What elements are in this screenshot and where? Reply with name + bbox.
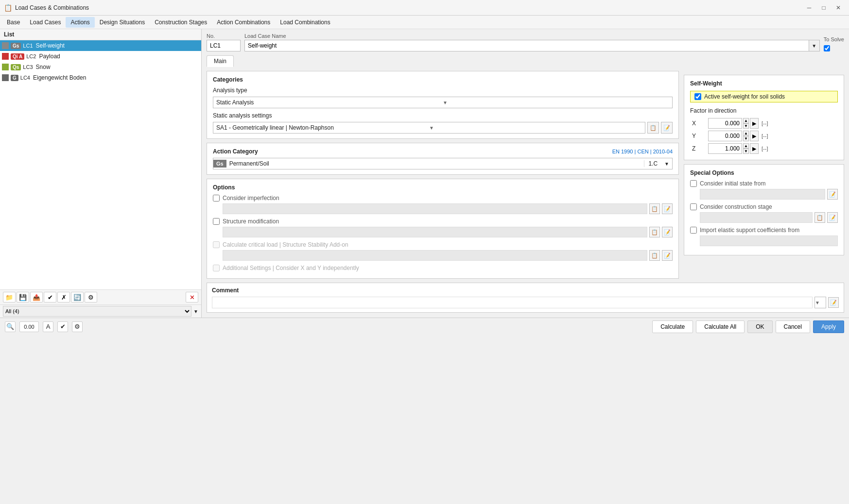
factor-x-input[interactable] — [708, 118, 742, 129]
special-elastic-input — [700, 235, 838, 246]
bottom-bar: 🔍 0.00 A ✔ ⚙ Calculate Calculate All OK … — [0, 318, 849, 335]
factor-y-input[interactable] — [708, 131, 742, 141]
special-initial-btn[interactable]: 📝 — [827, 189, 838, 200]
self-weight-checkbox[interactable] — [694, 93, 701, 100]
factor-row-x: X ▲ ▼ ▶ [--] — [690, 117, 838, 130]
toolbar-export-btn[interactable]: 📤 — [30, 292, 43, 302]
factor-z-unit: [--] — [762, 146, 768, 151]
comment-section: Comment ▼ 📝 — [207, 283, 844, 313]
toolbar-delete-btn[interactable]: ✕ — [186, 292, 198, 302]
item-lc-lc3: LC3 — [23, 64, 33, 70]
factor-y-down[interactable]: ▼ — [743, 136, 749, 141]
menu-load-combinations[interactable]: Load Combinations — [275, 17, 335, 28]
factor-z-up[interactable]: ▲ — [743, 143, 749, 149]
item-lc-lc2: LC2 — [26, 53, 36, 59]
static-settings-select[interactable]: SA1 - Geometrically linear | Newton-Raph… — [213, 122, 645, 134]
factor-y-up[interactable]: ▲ — [743, 131, 749, 136]
factor-x-spinner: ▲ ▼ — [743, 118, 749, 129]
factor-x-up[interactable]: ▲ — [743, 118, 749, 123]
static-settings-new-btn[interactable]: 📝 — [661, 122, 673, 134]
list-item[interactable]: Qi A LC2 Payload — [0, 51, 201, 62]
factor-z-input[interactable] — [708, 143, 742, 154]
action-category-dropdown[interactable]: Gs Permanent/Soil 1.C ▼ — [213, 158, 673, 169]
option-structure-input — [223, 227, 647, 237]
tab-main[interactable]: Main — [207, 55, 234, 67]
special-option-row-elastic: Import elastic support coefficients from — [690, 227, 838, 234]
factor-axis-y: Y — [690, 130, 706, 142]
status-search-icon[interactable]: 🔍 — [5, 321, 16, 332]
maximize-button[interactable]: □ — [817, 3, 831, 13]
menu-design-situations[interactable]: Design Situations — [95, 17, 150, 28]
list-item[interactable]: G LC4 Eigengewicht Boden — [0, 72, 201, 83]
option-imperfection-checkbox[interactable] — [213, 195, 220, 202]
close-button[interactable]: ✕ — [832, 3, 845, 13]
name-dropdown-arrow[interactable]: ▼ — [809, 40, 819, 51]
status-gear-icon[interactable]: ⚙ — [72, 321, 83, 332]
toolbar-settings-btn[interactable]: ⚙ — [85, 292, 97, 302]
menu-base[interactable]: Base — [2, 17, 25, 28]
ok-button[interactable]: OK — [747, 320, 772, 333]
option-additional-checkbox[interactable] — [213, 265, 220, 271]
option-critical-btn2[interactable]: 📝 — [662, 250, 673, 261]
status-a-icon[interactable]: A — [43, 321, 53, 332]
comment-dropdown[interactable]: ▼ — [814, 297, 826, 308]
special-construction-btn2[interactable]: 📝 — [827, 212, 838, 223]
list-item[interactable]: Gs LC1 Self-weight — [0, 40, 201, 51]
status-check-icon[interactable]: ✔ — [57, 321, 68, 332]
option-critical-checkbox[interactable] — [213, 241, 220, 248]
analysis-type-select[interactable]: Static Analysis ▼ — [213, 97, 673, 108]
static-settings-value: SA1 - Geometrically linear | Newton-Raph… — [216, 124, 429, 131]
toolbar-refresh-btn[interactable]: 🔄 — [71, 292, 84, 302]
calculate-all-button[interactable]: Calculate All — [696, 320, 745, 333]
factor-input-group-z: ▲ ▼ ▶ [--] — [708, 143, 836, 154]
special-elastic-checkbox[interactable] — [690, 227, 697, 234]
factor-z-down[interactable]: ▼ — [743, 149, 749, 154]
minimize-button[interactable]: ─ — [802, 3, 816, 13]
toolbar-add-btn[interactable]: 📁 — [3, 292, 16, 302]
item-name-lc2: Payload — [39, 53, 60, 60]
factor-x-arrow[interactable]: ▶ — [750, 118, 759, 129]
factor-z-arrow[interactable]: ▶ — [750, 143, 759, 154]
list-filter-select[interactable]: All (4) Permanent Variable — [3, 306, 191, 317]
name-input[interactable] — [245, 42, 809, 49]
option-imperfection-btn2[interactable]: 📝 — [662, 203, 673, 214]
cancel-button[interactable]: Cancel — [776, 320, 810, 333]
to-solve-checkbox[interactable] — [824, 45, 830, 51]
option-structure-sub: 📋 📝 — [223, 227, 673, 237]
action-category-code: 1.C — [644, 160, 661, 167]
main-column: Categories Analysis type Static Analysis… — [207, 71, 679, 279]
factor-x-down[interactable]: ▼ — [743, 123, 749, 129]
comment-edit-btn[interactable]: 📝 — [828, 297, 839, 308]
special-elastic-sub — [700, 235, 838, 246]
apply-button[interactable]: Apply — [813, 320, 844, 333]
comment-input[interactable] — [212, 297, 813, 308]
list-item[interactable]: Qs LC3 Snow — [0, 62, 201, 72]
option-structure-label: Structure modification — [223, 218, 279, 225]
special-initial-checkbox[interactable] — [690, 180, 697, 187]
status-value-icon[interactable]: 0.00 — [19, 321, 39, 332]
menu-construction-stages[interactable]: Construction Stages — [150, 17, 212, 28]
special-construction-checkbox[interactable] — [690, 203, 697, 210]
menu-load-cases[interactable]: Load Cases — [25, 17, 66, 28]
menu-action-combinations[interactable]: Action Combinations — [212, 17, 275, 28]
option-critical-input — [223, 250, 647, 261]
option-critical-btn1[interactable]: 📋 — [649, 250, 660, 261]
option-structure-btn1[interactable]: 📋 — [649, 227, 660, 237]
menu-actions[interactable]: Actions — [66, 17, 94, 28]
static-settings-edit-btn[interactable]: 📋 — [647, 122, 659, 134]
calculate-button[interactable]: Calculate — [652, 320, 693, 333]
special-construction-btn1[interactable]: 📋 — [814, 212, 825, 223]
no-input[interactable] — [207, 40, 241, 51]
options-title: Options — [213, 184, 673, 191]
toolbar-copy-btn[interactable]: 💾 — [17, 292, 29, 302]
option-structure-btn2[interactable]: 📝 — [662, 227, 673, 237]
toolbar-uncheck-btn[interactable]: ✗ — [57, 292, 70, 302]
toolbar-check-btn[interactable]: ✔ — [44, 292, 56, 302]
option-structure-checkbox[interactable] — [213, 218, 220, 225]
factor-z-spinner: ▲ ▼ — [743, 143, 749, 154]
option-critical-label: Calculate critical load | Structure Stab… — [223, 241, 348, 248]
factor-y-arrow[interactable]: ▶ — [750, 131, 759, 141]
item-lc-lc4: LC4 — [20, 75, 30, 81]
option-imperfection-input — [223, 203, 647, 214]
option-imperfection-btn1[interactable]: 📋 — [649, 203, 660, 214]
